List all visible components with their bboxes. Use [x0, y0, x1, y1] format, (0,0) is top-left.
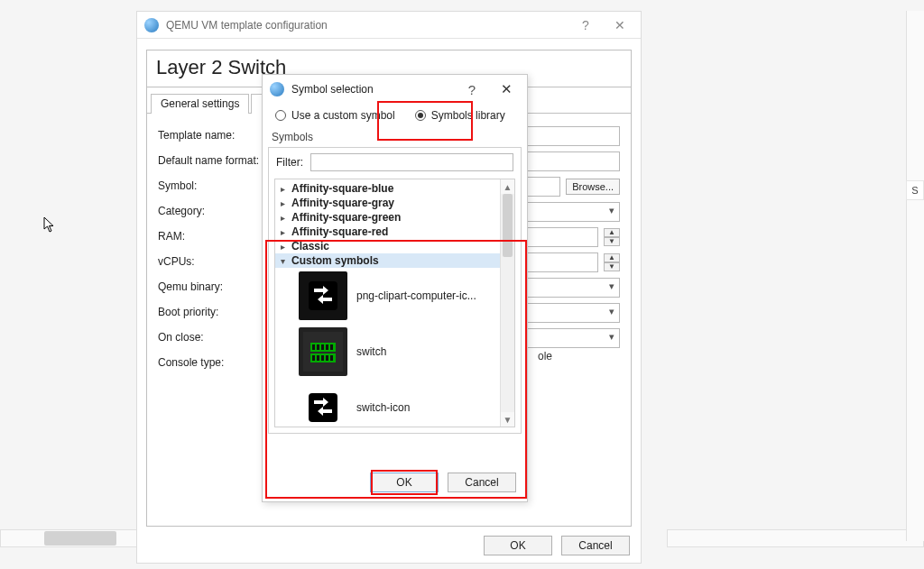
label-symbol: Symbol:	[158, 179, 266, 192]
symbol-item[interactable]: switch-icon	[275, 380, 500, 427]
symbol-item-label: switch	[356, 345, 386, 358]
svg-rect-5	[317, 344, 319, 350]
chevron-right-icon	[281, 227, 290, 237]
switch-arrows-icon	[299, 271, 347, 320]
label-boot-priority: Boot priority:	[158, 306, 266, 318]
svg-rect-4	[312, 344, 315, 350]
vcpus-spinner[interactable]: ▲▼	[604, 253, 620, 271]
chevron-right-icon	[281, 213, 290, 223]
symbol-item[interactable]: png-clipart-computer-ic...	[275, 268, 500, 324]
mouse-cursor	[43, 216, 56, 233]
ram-spinner[interactable]: ▲▼	[604, 228, 620, 246]
bgwin-ok-button[interactable]: OK	[484, 536, 552, 555]
bgwin-title: QEMU VM template configuration	[166, 19, 565, 32]
svg-rect-10	[317, 355, 319, 361]
tab-general-settings[interactable]: General settings	[151, 94, 249, 114]
modal-titlebar: Symbol selection ? ✕	[263, 75, 527, 104]
symbol-selection-dialog: Symbol selection ? ✕ Use a custom symbol…	[262, 74, 528, 502]
bottom-scrollbar-left[interactable]	[0, 529, 137, 547]
filter-row: Filter:	[269, 148, 521, 177]
modal-title: Symbol selection	[291, 83, 451, 96]
app-icon	[144, 18, 159, 32]
modal-app-icon	[270, 82, 284, 96]
label-on-close: On close:	[158, 331, 266, 344]
bgwin-cancel-button[interactable]: Cancel	[561, 536, 630, 555]
svg-rect-8	[330, 344, 333, 350]
tree-node[interactable]: Affinity-square-gray	[275, 196, 500, 210]
tree-scrollbar[interactable]	[500, 179, 514, 427]
symbol-tree: Affinity-square-blue Affinity-square-gra…	[274, 179, 515, 427]
symbols-group: Filter: Affinity-square-blue Affinity-sq…	[268, 147, 522, 434]
radio-circle-icon	[275, 110, 286, 121]
right-side-panel	[906, 11, 924, 541]
bottom-scrollbar-right[interactable]	[667, 529, 924, 547]
right-sliver-label: S	[906, 180, 924, 200]
svg-rect-13	[330, 355, 333, 361]
radio-custom-label: Use a custom symbol	[291, 109, 395, 122]
svg-rect-11	[321, 355, 324, 361]
svg-rect-7	[326, 344, 328, 350]
label-vcpus: vCPUs:	[158, 255, 266, 268]
bgwin-titlebar: QEMU VM template configuration ? ✕	[137, 12, 641, 39]
symbol-item-label: png-clipart-computer-ic...	[356, 289, 476, 302]
label-ram: RAM:	[158, 230, 266, 243]
tree-node[interactable]: Affinity-square-blue	[275, 181, 500, 196]
symbol-item-label: switch-icon	[356, 401, 410, 414]
radio-symbols-library[interactable]: Symbols library	[411, 107, 509, 124]
scroll-down-icon[interactable]	[501, 412, 514, 427]
radio-custom-symbol[interactable]: Use a custom symbol	[272, 107, 399, 124]
filter-label: Filter:	[276, 156, 303, 169]
switch-device-icon	[299, 327, 347, 376]
symbol-source-radios: Use a custom symbol Symbols library	[263, 104, 527, 129]
browse-button[interactable]: Browse...	[566, 179, 620, 195]
svg-rect-9	[312, 355, 315, 361]
tree-node[interactable]: Affinity-square-red	[275, 225, 500, 239]
label-qemu-binary: Qemu binary:	[158, 280, 266, 293]
tree-node[interactable]: Affinity-square-green	[275, 210, 500, 225]
label-console-type: Console type:	[158, 356, 266, 369]
tree-node[interactable]: Classic	[275, 239, 500, 253]
modal-close-button[interactable]: ✕	[493, 81, 520, 97]
console-fragment: ole	[538, 350, 552, 363]
chevron-right-icon	[281, 198, 290, 208]
chevron-down-icon	[281, 256, 290, 266]
filter-input[interactable]	[310, 153, 513, 171]
chevron-right-icon	[281, 184, 290, 194]
symbol-item[interactable]: switch	[275, 324, 500, 380]
modal-ok-button[interactable]: OK	[370, 473, 439, 492]
modal-cancel-button[interactable]: Cancel	[448, 473, 516, 492]
radio-library-label: Symbols library	[431, 109, 505, 122]
scroll-up-icon[interactable]	[501, 179, 514, 194]
modal-help-button[interactable]: ?	[458, 82, 485, 97]
close-button[interactable]: ✕	[606, 18, 633, 32]
scroll-thumb[interactable]	[503, 194, 513, 257]
radio-circle-checked-icon	[415, 110, 426, 121]
svg-rect-6	[321, 344, 324, 350]
switch-arrows-icon	[299, 383, 347, 427]
label-category: Category:	[158, 205, 266, 217]
help-button[interactable]: ?	[572, 18, 599, 32]
svg-rect-12	[326, 355, 328, 361]
chevron-right-icon	[281, 242, 290, 252]
label-default-name-format: Default name format:	[158, 154, 266, 167]
label-template-name: Template name:	[158, 129, 266, 142]
tree-node-custom-symbols[interactable]: Custom symbols	[275, 253, 500, 268]
symbols-section-label: Symbols	[263, 129, 527, 145]
